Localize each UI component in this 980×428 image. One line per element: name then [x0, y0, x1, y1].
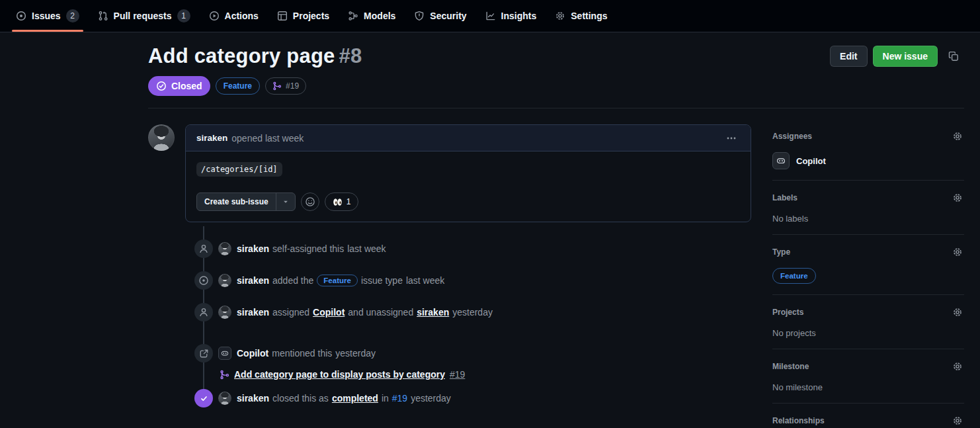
gear-icon [952, 131, 963, 142]
section-title: Assignees [772, 132, 812, 141]
smiley-icon [305, 196, 315, 207]
reaction-count: 1 [347, 197, 351, 206]
edit-button[interactable]: Edit [830, 46, 867, 67]
comment-options-button[interactable] [723, 130, 740, 147]
graph-icon [485, 11, 496, 21]
tab-security[interactable]: Security [405, 0, 475, 32]
event-time[interactable]: yesterday [411, 393, 451, 404]
event-actor[interactable]: siraken [237, 393, 269, 404]
check-circle-icon [156, 81, 167, 91]
create-sub-issue-button[interactable]: Create sub-issue [197, 193, 276, 210]
section-title: Relationships [772, 416, 825, 425]
add-reaction-button[interactable] [301, 193, 319, 211]
event-time[interactable]: yesterday [452, 307, 493, 318]
create-sub-issue-dropdown[interactable] [276, 193, 295, 210]
labels-settings-button[interactable] [951, 191, 964, 204]
eyes-emoji-icon [333, 198, 343, 206]
tab-pull-requests[interactable]: Pull requests 1 [89, 0, 200, 32]
tab-models[interactable]: Models [339, 0, 405, 32]
person-icon [194, 303, 213, 321]
tab-projects[interactable]: Projects [268, 0, 339, 32]
closed-state-link[interactable]: completed [332, 393, 378, 404]
linked-pr-badge[interactable]: #19 [265, 77, 306, 95]
gear-icon [555, 11, 565, 21]
projects-settings-button[interactable] [951, 306, 964, 319]
issue-type-badge[interactable]: Feature [216, 77, 260, 95]
event-text: mentioned this [272, 348, 332, 359]
event-actor[interactable]: siraken [237, 307, 269, 318]
timeline-event-mentioned: Copilot mentioned this yesterday [148, 344, 751, 363]
play-icon [209, 11, 220, 21]
issue-opened-icon [194, 271, 213, 290]
event-text: closed this as [272, 393, 329, 404]
event-actor[interactable]: siraken [237, 243, 269, 254]
event-text: assigned [272, 307, 309, 318]
avatar-siraken[interactable] [148, 124, 175, 151]
event-text: in [382, 393, 389, 404]
event-text: and unassigned [348, 307, 413, 318]
avatar-siraken[interactable] [218, 274, 231, 287]
mentioned-pr-number-link[interactable]: #19 [450, 369, 465, 380]
gear-icon [952, 247, 963, 257]
issue-type-badge[interactable]: Feature [317, 275, 358, 286]
tab-actions[interactable]: Actions [200, 0, 268, 32]
copilot-avatar [772, 152, 790, 169]
gear-icon [952, 415, 963, 426]
relationships-settings-button[interactable] [951, 414, 964, 427]
avatar-siraken[interactable] [218, 392, 231, 405]
tab-insights[interactable]: Insights [476, 0, 546, 32]
issues-count-badge: 2 [66, 9, 79, 22]
event-time[interactable]: yesterday [335, 348, 376, 359]
ai-model-icon [348, 11, 358, 21]
copy-icon [948, 51, 959, 62]
copy-title-button[interactable] [943, 46, 964, 67]
status-badge-closed: Closed [148, 76, 210, 96]
projects-empty-text: No projects [772, 328, 964, 338]
tab-label: Security [430, 11, 466, 21]
event-actor[interactable]: Copilot [237, 348, 268, 359]
timeline-event-self-assigned: siraken self-assigned this last week [148, 239, 751, 258]
avatar-siraken[interactable] [218, 306, 231, 319]
closing-pr-link[interactable]: #19 [392, 393, 407, 404]
page-title: Add category page#8 [148, 43, 362, 69]
labels-empty-text: No labels [772, 214, 964, 224]
gear-icon [952, 307, 963, 318]
type-settings-button[interactable] [951, 245, 964, 259]
issue-number: #8 [339, 44, 362, 67]
comment-meta[interactable]: opened last week [231, 133, 304, 144]
avatar-siraken[interactable] [218, 242, 231, 255]
event-time[interactable]: last week [347, 243, 386, 254]
event-actor[interactable]: siraken [237, 275, 269, 286]
unassignee-link-siraken[interactable]: siraken [417, 307, 449, 318]
assignee-copilot[interactable]: Copilot [772, 152, 964, 169]
eyes-reaction-pill[interactable]: 1 [325, 193, 359, 211]
tab-issues[interactable]: Issues 2 [7, 0, 89, 32]
sidebar-section-relationships: Relationships None yet [772, 404, 964, 428]
section-title: Projects [772, 308, 803, 317]
mentioned-pr-title-link[interactable]: Add category page to display posts by ca… [234, 369, 445, 380]
gear-icon [952, 361, 963, 372]
table-icon [277, 11, 288, 21]
milestone-empty-text: No milestone [772, 382, 964, 392]
avatar-copilot[interactable] [218, 347, 231, 360]
tab-settings[interactable]: Settings [546, 0, 616, 32]
issue-closed-icon [194, 389, 213, 407]
milestone-settings-button[interactable] [951, 360, 964, 373]
issue-opened-icon [16, 11, 26, 21]
issue-sidebar: Assignees Copilot [772, 124, 964, 428]
kebab-horizontal-icon [726, 133, 737, 144]
tab-label: Actions [225, 11, 259, 21]
pull-requests-count-badge: 1 [177, 9, 190, 22]
assignees-settings-button[interactable] [951, 130, 964, 143]
tab-label: Settings [571, 11, 607, 21]
issue-comment-card: siraken opened last week /categories/[id… [185, 124, 751, 222]
section-title: Milestone [772, 362, 809, 371]
event-text: added the [272, 275, 313, 286]
event-time[interactable]: last week [406, 275, 444, 286]
assignee-link-copilot[interactable]: Copilot [313, 307, 345, 318]
new-issue-button[interactable]: New issue [873, 46, 938, 67]
type-feature-badge[interactable]: Feature [772, 268, 816, 284]
create-sub-issue-split-button: Create sub-issue [196, 193, 296, 211]
sidebar-section-labels: Labels No labels [772, 181, 964, 235]
comment-author[interactable]: siraken [196, 133, 227, 143]
